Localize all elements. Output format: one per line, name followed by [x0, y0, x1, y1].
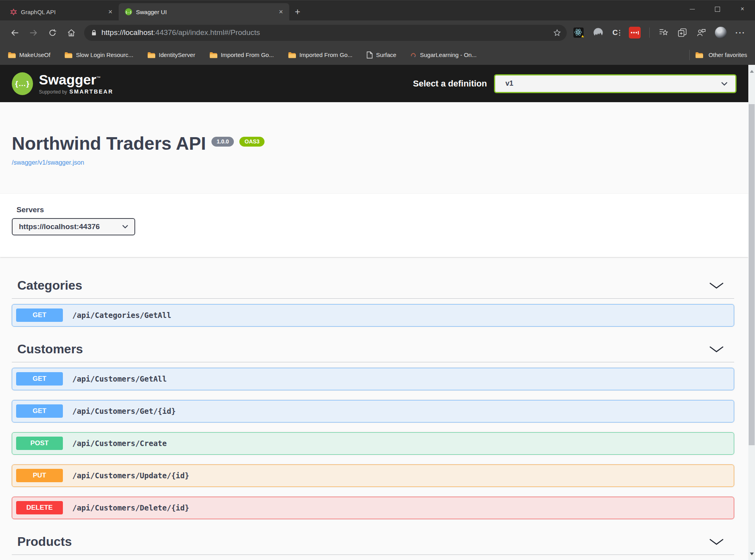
tab-swagger-ui[interactable]: {…} Swagger UI ×: [119, 3, 289, 20]
bookmarks-bar: MakeUseOf Slow Login Resourc... Identity…: [0, 45, 755, 65]
close-button[interactable]: ×: [730, 0, 755, 18]
favorites-list-icon[interactable]: [658, 28, 669, 38]
toolbar-divider: [649, 28, 650, 38]
smartbear-label: SMARTBEAR: [69, 88, 113, 95]
chevron-down-icon[interactable]: [709, 538, 724, 545]
chevron-down-icon[interactable]: [709, 346, 724, 353]
lastpass-extension-icon[interactable]: [629, 27, 641, 39]
url-text: https://localhost:44376/api/index.html#/…: [101, 28, 553, 37]
settings-menu-icon[interactable]: ···: [735, 28, 746, 37]
tab-title: GraphQL API: [21, 9, 103, 15]
browser-window: GraphQL API × {…} Swagger UI × + ×: [0, 0, 755, 560]
colorzilla-extension-icon[interactable]: C: [612, 28, 620, 37]
method-badge: POST: [16, 437, 63, 450]
operation-row[interactable]: POST /api/Customers/Create: [12, 432, 734, 455]
window-controls: ×: [680, 0, 755, 18]
bookmark-folder[interactable]: IdentityServer: [147, 51, 195, 58]
bookmark-sugarlearning[interactable]: SugarLearning - On...: [410, 51, 476, 58]
site-icon: [410, 52, 416, 58]
scroll-down-button[interactable]: [748, 548, 755, 559]
section-products: Products: [12, 529, 734, 555]
operation-row[interactable]: DELETE /api/Customers/Delete/{id}: [12, 497, 734, 519]
lock-icon[interactable]: [90, 29, 97, 36]
operation-row[interactable]: GET /api/Customers/Get/{id}: [12, 400, 734, 422]
section-header[interactable]: Categories: [12, 273, 734, 299]
operation-path: /api/Categories/GetAll: [72, 311, 171, 319]
swagger-logo: {…} Swagger™ Supported by SMARTBEAR: [12, 72, 113, 95]
section-title: Customers: [17, 342, 83, 356]
definition-value: v1: [505, 79, 513, 88]
operation-path: /api/Customers/Get/{id}: [72, 407, 176, 415]
address-bar[interactable]: https://localhost:44376/api/index.html#/…: [84, 25, 567, 41]
page-scrollbar[interactable]: [748, 65, 755, 560]
feedback-icon[interactable]: [696, 28, 706, 38]
maximize-button[interactable]: [705, 0, 730, 18]
forward-icon[interactable]: [25, 24, 42, 41]
bookmark-folder[interactable]: Imported From Go...: [288, 51, 353, 58]
swagger-favicon: {…}: [125, 8, 132, 15]
profile-avatar[interactable]: [715, 27, 727, 39]
spec-link[interactable]: /swagger/v1/swagger.json: [12, 159, 84, 166]
method-badge: PUT: [16, 469, 63, 482]
bookmark-folder[interactable]: MakeUseOf: [8, 51, 50, 58]
definition-select[interactable]: v1: [494, 74, 737, 93]
browser-chrome: GraphQL API × {…} Swagger UI × + ×: [0, 0, 755, 65]
home-icon[interactable]: [63, 24, 79, 41]
tab-graphql-api[interactable]: GraphQL API ×: [4, 3, 119, 20]
supported-by-label: Supported by: [39, 89, 67, 95]
tab-title: Swagger UI: [136, 9, 273, 15]
favorite-star-icon[interactable]: [553, 29, 561, 37]
method-badge: GET: [16, 308, 63, 322]
section-categories: Categories GET /api/Categories/GetAll: [12, 273, 734, 327]
folder-icon: [288, 52, 296, 58]
operation-row[interactable]: GET /api/Categories/GetAll: [12, 304, 734, 327]
scrollbar-thumb[interactable]: [749, 104, 755, 445]
chevron-down-icon: [721, 82, 727, 86]
oas3-badge: OAS3: [239, 137, 265, 147]
folder-icon: [147, 52, 155, 58]
folder-icon: [64, 52, 72, 58]
reload-icon[interactable]: [44, 24, 61, 41]
definition-selector: Select a definition v1: [413, 74, 737, 93]
swagger-logo-icon: {…}: [12, 72, 33, 95]
section-customers: Customers GET /api/Customers/GetAll GET …: [12, 336, 734, 519]
scroll-up-button[interactable]: [748, 66, 755, 77]
tab-close-icon[interactable]: ×: [277, 8, 285, 15]
tab-strip: GraphQL API × {…} Swagger UI × + ×: [0, 0, 755, 20]
bookmark-folder[interactable]: Slow Login Resourc...: [64, 51, 133, 58]
operation-path: /api/Customers/Update/{id}: [72, 471, 189, 480]
server-select[interactable]: https://localhost:44376: [12, 218, 135, 235]
react-devtools-extension-icon[interactable]: [573, 27, 584, 38]
section-title: Categories: [17, 278, 82, 293]
other-favorites[interactable]: Other favorites: [689, 50, 747, 60]
tab-close-icon[interactable]: ×: [107, 8, 114, 15]
section-header[interactable]: Customers: [12, 336, 734, 362]
operations-list: Categories GET /api/Categories/GetAll Cu…: [0, 257, 748, 555]
operation-row[interactable]: GET /api/Customers/GetAll: [12, 368, 734, 390]
folder-icon: [8, 52, 16, 58]
collections-icon[interactable]: [677, 28, 687, 38]
version-badge: 1.0.0: [211, 137, 234, 147]
folder-icon: [209, 52, 217, 58]
bookmark-folder[interactable]: Imported From Go...: [209, 51, 274, 58]
back-icon[interactable]: [6, 24, 23, 41]
minimize-button[interactable]: [680, 0, 705, 18]
server-value: https://localhost:44376: [19, 222, 100, 231]
section-header[interactable]: Products: [12, 529, 734, 555]
swagger-topbar: {…} Swagger™ Supported by SMARTBEAR Sele…: [0, 65, 748, 102]
vpn-extension-icon[interactable]: [593, 27, 604, 38]
url-host: https://localhost: [101, 28, 153, 37]
definition-label: Select a definition: [413, 79, 487, 89]
operation-row[interactable]: PUT /api/Customers/Update/{id}: [12, 465, 734, 487]
operation-path: /api/Customers/GetAll: [72, 375, 167, 383]
browser-toolbar: https://localhost:44376/api/index.html#/…: [0, 20, 755, 45]
method-badge: DELETE: [16, 501, 63, 514]
servers-label: Servers: [17, 206, 737, 214]
method-badge: GET: [16, 372, 63, 386]
operation-path: /api/Customers/Create: [72, 439, 167, 448]
new-tab-button[interactable]: +: [295, 7, 300, 17]
section-title: Products: [17, 534, 72, 549]
bookmark-surface[interactable]: Surface: [367, 51, 397, 59]
chevron-down-icon[interactable]: [709, 282, 724, 289]
page-icon: [367, 51, 373, 59]
